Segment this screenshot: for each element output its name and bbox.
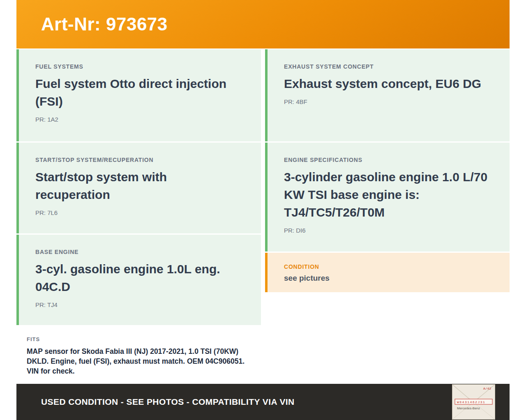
card-title: Exhaust system concept, EU6 DG (284, 75, 494, 93)
condition-label: CONDITION (284, 263, 494, 270)
footer-banner: USED CONDITION - SEE PHOTOS - COMPATIBIL… (16, 384, 510, 420)
card-pr-code: PR: 7L6 (35, 209, 245, 216)
condition-text: see pictures (284, 274, 494, 283)
card-exhaust-system: EXHAUST SYSTEM CONCEPT Exhaust system co… (265, 49, 510, 141)
card-base-engine: BASE ENGINE 3-cyl. gasoline engine 1.0L … (16, 235, 261, 325)
card-engine-specifications: ENGINE SPECIFICATIONS 3-cylinder gasolin… (265, 143, 510, 252)
sticker-code-text: W0431462J31 (457, 400, 485, 404)
card-title: 3-cyl. gasoline engine 1.0L eng. 04C.D (35, 261, 233, 296)
footer-text: USED CONDITION - SEE PHOTOS - COMPATIBIL… (41, 397, 295, 407)
left-column: FUEL SYSTEMS Fuel system Otto direct inj… (16, 49, 261, 383)
card-condition: CONDITION see pictures (265, 253, 510, 292)
card-label: BASE ENGINE (35, 249, 245, 255)
card-title: Fuel system Otto direct injection (FSI) (35, 75, 233, 111)
card-label: ENGINE SPECIFICATIONS (284, 157, 494, 163)
card-title: 3-cylinder gasoline engine 1.0 L/70 KW T… (284, 168, 494, 222)
card-start-stop-system: START/STOP SYSTEM/RECUPERATION Start/sto… (16, 143, 261, 233)
article-number-header: Art-Nr: 973673 (16, 0, 510, 48)
card-pr-code: PR: 4BF (284, 98, 494, 105)
card-pr-code: PR: DI6 (284, 227, 494, 234)
sticker-corner-text: A/42 (483, 387, 491, 390)
card-fits: FITS MAP sensor for Skoda Fabia III (NJ)… (16, 326, 261, 383)
card-label: START/STOP SYSTEM/RECUPERATION (35, 157, 245, 163)
card-pr-code: PR: TJ4 (35, 301, 245, 308)
vin-sticker-envelope-image: A/42 W0431462J31 Mercedes-Benz (452, 384, 495, 420)
right-column: EXHAUST SYSTEM CONCEPT Exhaust system co… (265, 49, 510, 383)
fits-label: FITS (27, 336, 249, 342)
card-title: Start/stop system with recuperation (35, 168, 233, 204)
card-label: EXHAUST SYSTEM CONCEPT (284, 63, 494, 70)
sticker-caption-text: Mercedes-Benz (457, 406, 480, 410)
card-pr-code: PR: 1A2 (35, 116, 245, 123)
spec-cards-grid: FUEL SYSTEMS Fuel system Otto direct inj… (16, 49, 510, 383)
card-fuel-systems: FUEL SYSTEMS Fuel system Otto direct inj… (16, 49, 261, 141)
fits-description: MAP sensor for Skoda Fabia III (NJ) 2017… (27, 346, 249, 376)
article-number-title: Art-Nr: 973673 (41, 14, 168, 35)
card-label: FUEL SYSTEMS (35, 63, 245, 70)
listing-page: Art-Nr: 973673 FUEL SYSTEMS Fuel system … (0, 0, 526, 420)
